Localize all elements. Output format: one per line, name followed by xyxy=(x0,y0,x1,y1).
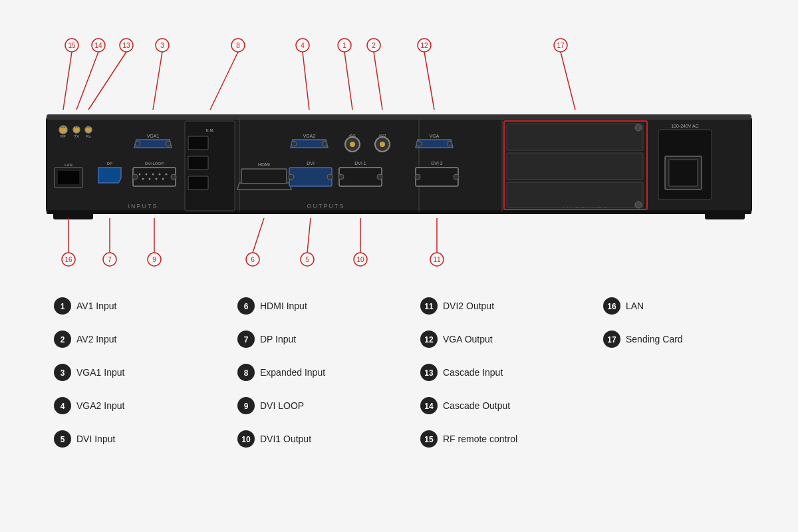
svg-text:9: 9 xyxy=(152,256,156,263)
svg-text:10: 10 xyxy=(356,256,364,263)
svg-point-39 xyxy=(156,178,158,180)
svg-text:DP Input: DP Input xyxy=(260,334,296,344)
svg-text:16: 16 xyxy=(607,302,616,311)
svg-point-75 xyxy=(415,174,420,180)
svg-text:14: 14 xyxy=(424,402,434,411)
svg-rect-2 xyxy=(47,114,751,120)
svg-text:AV1: AV1 xyxy=(349,134,357,138)
svg-text:4: 4 xyxy=(61,402,65,411)
svg-rect-80 xyxy=(507,182,643,207)
svg-point-60 xyxy=(350,142,355,147)
svg-text:VGA1: VGA1 xyxy=(147,134,160,138)
svg-point-57 xyxy=(289,174,294,180)
svg-rect-65 xyxy=(339,168,382,186)
svg-rect-78 xyxy=(507,124,643,150)
svg-rect-45 xyxy=(188,136,208,150)
svg-point-33 xyxy=(146,174,148,176)
svg-text:E.M.: E.M. xyxy=(206,128,215,132)
svg-point-36 xyxy=(166,174,168,176)
svg-text:DVI Input: DVI Input xyxy=(76,434,115,444)
svg-text:TX: TX xyxy=(74,125,79,129)
svg-text:9: 9 xyxy=(244,402,249,411)
svg-text:3: 3 xyxy=(61,368,65,378)
svg-text:DVI LOOP: DVI LOOP xyxy=(145,162,164,166)
svg-point-41 xyxy=(132,174,138,180)
svg-point-40 xyxy=(162,178,164,180)
svg-text:AV2 Input: AV2 Input xyxy=(76,334,117,344)
svg-rect-5 xyxy=(705,211,745,219)
svg-text:LAN: LAN xyxy=(65,163,72,167)
svg-text:HDMI: HDMI xyxy=(258,162,270,167)
svg-text:Cascade Output: Cascade Output xyxy=(443,400,510,411)
svg-text:12: 12 xyxy=(420,42,428,49)
svg-rect-46 xyxy=(188,156,208,170)
svg-rect-55 xyxy=(289,168,332,186)
svg-point-53 xyxy=(291,141,297,146)
svg-text:11: 11 xyxy=(433,256,441,263)
svg-text:VGA Output: VGA Output xyxy=(443,334,493,344)
svg-point-34 xyxy=(152,174,154,176)
svg-point-32 xyxy=(139,174,141,176)
svg-text:10: 10 xyxy=(241,435,251,444)
svg-text:VGA2: VGA2 xyxy=(303,134,316,138)
svg-text:15: 15 xyxy=(68,42,76,49)
svg-text:3: 3 xyxy=(160,42,164,49)
main-diagram: INPUTS OUTPUTS TX BOARDS RF TX Rx RF TX … xyxy=(0,0,798,532)
svg-text:5: 5 xyxy=(61,435,65,444)
svg-text:17: 17 xyxy=(607,335,616,344)
svg-text:DP: DP xyxy=(107,162,112,166)
svg-text:15: 15 xyxy=(424,435,434,444)
svg-text:Rx: Rx xyxy=(86,134,90,138)
svg-text:1: 1 xyxy=(342,42,346,49)
svg-rect-47 xyxy=(188,176,208,190)
svg-text:DVI: DVI xyxy=(307,161,315,166)
svg-text:HDMI Input: HDMI Input xyxy=(260,301,307,311)
svg-point-68 xyxy=(377,174,382,180)
svg-text:DVI 2: DVI 2 xyxy=(431,161,443,166)
svg-point-42 xyxy=(171,174,176,180)
svg-text:DVI 1: DVI 1 xyxy=(354,161,366,166)
svg-text:Cascade Input: Cascade Input xyxy=(443,367,503,378)
svg-text:8: 8 xyxy=(244,368,249,378)
svg-text:Rx: Rx xyxy=(86,125,91,129)
svg-point-35 xyxy=(159,174,161,176)
svg-text:OUTPUTS: OUTPUTS xyxy=(307,203,344,209)
svg-text:DVI LOOP: DVI LOOP xyxy=(260,400,304,411)
svg-point-76 xyxy=(454,174,459,180)
svg-text:VGA1 Input: VGA1 Input xyxy=(76,367,124,378)
svg-text:17: 17 xyxy=(557,42,565,49)
svg-rect-79 xyxy=(507,153,643,180)
svg-text:13: 13 xyxy=(122,42,130,49)
svg-rect-73 xyxy=(416,168,458,186)
svg-point-28 xyxy=(135,141,140,146)
svg-text:8: 8 xyxy=(236,42,240,49)
svg-point-81 xyxy=(635,124,642,131)
svg-rect-86 xyxy=(669,160,698,186)
svg-text:RF: RF xyxy=(61,134,66,138)
svg-text:VGA: VGA xyxy=(430,134,440,138)
svg-rect-30 xyxy=(133,168,176,186)
svg-text:100-240V AC: 100-240V AC xyxy=(671,124,699,128)
svg-text:DVI2 Output: DVI2 Output xyxy=(443,301,494,311)
svg-point-67 xyxy=(338,174,344,180)
svg-text:4: 4 xyxy=(301,42,305,49)
svg-text:12: 12 xyxy=(424,335,434,344)
svg-text:16: 16 xyxy=(65,256,72,263)
svg-text:RF remote control: RF remote control xyxy=(443,434,517,444)
svg-text:14: 14 xyxy=(94,42,102,49)
svg-text:INPUTS: INPUTS xyxy=(128,203,158,209)
svg-text:2: 2 xyxy=(61,335,65,344)
svg-text:7: 7 xyxy=(244,335,249,344)
svg-rect-4 xyxy=(53,211,93,219)
svg-rect-49 xyxy=(241,169,287,184)
svg-text:Sending Card: Sending Card xyxy=(626,334,683,344)
svg-text:1: 1 xyxy=(61,302,65,311)
svg-point-29 xyxy=(166,141,171,146)
svg-text:TX: TX xyxy=(74,134,79,138)
svg-rect-3 xyxy=(47,210,751,214)
svg-text:Expanded Input: Expanded Input xyxy=(260,367,325,378)
svg-text:VGA2 Input: VGA2 Input xyxy=(76,400,124,411)
svg-marker-24 xyxy=(98,168,121,183)
svg-text:6: 6 xyxy=(251,256,255,263)
svg-point-63 xyxy=(380,142,385,147)
